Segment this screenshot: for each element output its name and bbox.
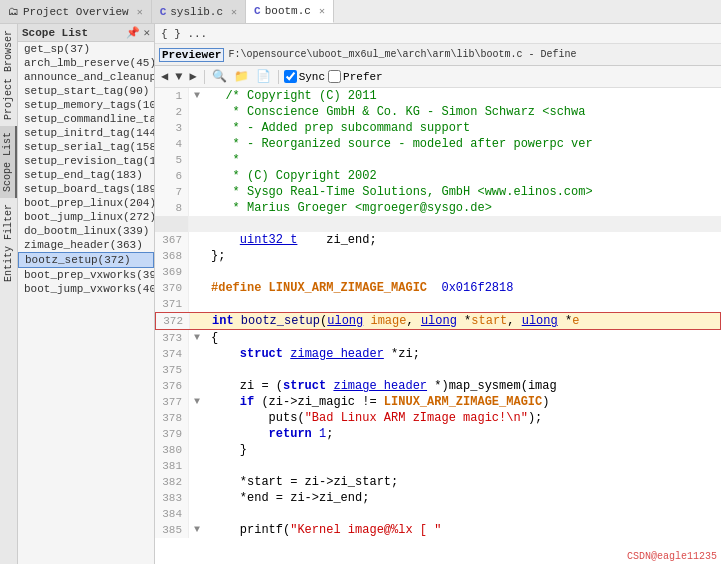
line-arrow-381	[189, 458, 205, 474]
folder-icon[interactable]: 📁	[232, 68, 251, 85]
line-code-374: struct zimage_header *zi;	[205, 346, 721, 362]
scope-list: get_sp(37) arch_lmb_reserve(45) announce…	[18, 42, 154, 564]
line-arrow-373: ▼	[189, 330, 205, 346]
scope-item-zimage-header[interactable]: zimage_header(363)	[18, 238, 154, 252]
line-num-3: 3	[155, 120, 189, 136]
line-arrow-6	[189, 168, 205, 184]
toolbar-sep-1	[204, 70, 205, 84]
scope-item-arch-lmb[interactable]: arch_lmb_reserve(45)	[18, 56, 154, 70]
code-line-gap	[155, 216, 721, 232]
line-num-6: 6	[155, 168, 189, 184]
tab-syslib-close[interactable]: ✕	[231, 6, 237, 18]
back-button[interactable]: ◀	[159, 68, 170, 85]
scope-item-do-bootm-linux[interactable]: do_bootm_linux(339)	[18, 224, 154, 238]
code-line-368: 368 };	[155, 248, 721, 264]
sidebar-pin-icon[interactable]: 📌	[126, 26, 140, 39]
line-num-370: 370	[155, 280, 189, 296]
sidebar-panel: Scope List 📌 ✕ get_sp(37) arch_lmb_reser…	[18, 24, 154, 564]
sidebar: Project Browser Scope List Entity Filter…	[0, 24, 155, 564]
line-num-380: 380	[155, 442, 189, 458]
tab-syslib[interactable]: C syslib.c ✕	[152, 0, 246, 23]
prefer-checkbox[interactable]	[328, 70, 341, 83]
tab-project-overview[interactable]: 🗂 Project Overview ✕	[0, 0, 152, 23]
scope-item-setup-serial[interactable]: setup_serial_tag(158)	[18, 140, 154, 154]
code-editor[interactable]: 1 ▼ /* Copyright (C) 2011 2 * Conscience…	[155, 88, 721, 564]
line-num-373: 373	[155, 330, 189, 346]
sync-checkbox[interactable]	[284, 70, 297, 83]
line-code-379: return 1;	[205, 426, 721, 442]
line-num-7: 7	[155, 184, 189, 200]
line-arrow-385: ▼	[189, 522, 205, 538]
line-arrow-368	[189, 248, 205, 264]
tab-bootm[interactable]: C bootm.c ✕	[246, 0, 334, 23]
line-arrow-3	[189, 120, 205, 136]
scope-item-get-sp[interactable]: get_sp(37)	[18, 42, 154, 56]
file-icon[interactable]: 📄	[254, 68, 273, 85]
line-num-383: 383	[155, 490, 189, 506]
tab-project-close[interactable]: ✕	[137, 6, 143, 18]
line-code-385: printf("Kernel image@%lx [ "	[205, 522, 721, 538]
line-code-3: * - Added prep subcommand support	[205, 120, 721, 136]
code-line-5: 5 *	[155, 152, 721, 168]
code-line-369: 369	[155, 264, 721, 280]
sidebar-label-project-browser[interactable]: Project Browser	[0, 24, 17, 126]
scope-item-announce[interactable]: announce_and_cleanup(72)	[18, 70, 154, 84]
sidebar-label-entity-filter[interactable]: Entity Filter	[0, 198, 17, 288]
main-area: Project Browser Scope List Entity Filter…	[0, 24, 721, 564]
scope-item-boot-jump-vxworks[interactable]: boot_jump_vxworks(409)	[18, 282, 154, 296]
code-line-379: 379 return 1;	[155, 426, 721, 442]
line-num-8: 8	[155, 200, 189, 216]
code-line-3: 3 * - Added prep subcommand support	[155, 120, 721, 136]
line-arrow-367	[189, 232, 205, 248]
line-arrow-5	[189, 152, 205, 168]
sidebar-title: Scope List	[22, 27, 88, 39]
toolbar-sep-2	[278, 70, 279, 84]
search-icon[interactable]: 🔍	[210, 68, 229, 85]
line-arrow-2	[189, 104, 205, 120]
line-num-381: 381	[155, 458, 189, 474]
code-line-374: 374 struct zimage_header *zi;	[155, 346, 721, 362]
line-arrow-1: ▼	[189, 88, 205, 104]
line-num-377: 377	[155, 394, 189, 410]
line-code-6: * (C) Copyright 2002	[205, 168, 721, 184]
toolbar-row: ◀ ▼ ▶ 🔍 📁 📄 Sync Prefer	[155, 66, 721, 88]
scope-item-setup-revision[interactable]: setup_revision_tag(172)	[18, 154, 154, 168]
line-code-8: * Marius Groeger <mgroeger@sysgo.de>	[205, 200, 721, 216]
line-num-374: 374	[155, 346, 189, 362]
scope-item-setup-initrd[interactable]: setup_initrd_tag(144)	[18, 126, 154, 140]
prefer-label: Prefer	[343, 71, 383, 83]
line-num-1: 1	[155, 88, 189, 104]
scope-item-setup-board[interactable]: setup_board_tags(189)	[18, 182, 154, 196]
line-code-376: zi = (struct zimage_header *)map_sysmem(…	[205, 378, 721, 394]
line-arrow-377: ▼	[189, 394, 205, 410]
line-arrow-4	[189, 136, 205, 152]
line-num-378: 378	[155, 410, 189, 426]
scope-item-setup-memory[interactable]: setup_memory_tags(104)	[18, 98, 154, 112]
line-num-4: 4	[155, 136, 189, 152]
code-line-4: 4 * - Reorganized source - modeled after…	[155, 136, 721, 152]
line-arrow-372	[190, 313, 206, 329]
sidebar-label-scope-list[interactable]: Scope List	[0, 126, 17, 198]
code-line-377: 377 ▼ if (zi->zi_magic != LINUX_ARM_ZIMA…	[155, 394, 721, 410]
line-code-372: int bootz_setup(ulong image, ulong *star…	[206, 313, 720, 329]
sync-checkbox-label[interactable]: Sync	[284, 70, 325, 83]
line-num-gap	[155, 216, 189, 232]
tab-bootm-close[interactable]: ✕	[319, 5, 325, 17]
line-arrow-376	[189, 378, 205, 394]
scope-item-setup-end[interactable]: setup_end_tag(183)	[18, 168, 154, 182]
scope-item-setup-cmdline[interactable]: setup_commandline_tag(119)	[18, 112, 154, 126]
scope-item-boot-jump-linux[interactable]: boot_jump_linux(272)	[18, 210, 154, 224]
prefer-checkbox-label[interactable]: Prefer	[328, 70, 383, 83]
scope-item-boot-prep-vxworks[interactable]: boot_prep_vxworks(394)	[18, 268, 154, 282]
scope-item-bootz-setup[interactable]: bootz_setup(372)	[18, 252, 154, 268]
code-line-2: 2 * Conscience GmbH & Co. KG - Simon Sch…	[155, 104, 721, 120]
line-num-375: 375	[155, 362, 189, 378]
line-arrow-380	[189, 442, 205, 458]
tab-bootm-icon: C	[254, 5, 261, 17]
scope-item-setup-start[interactable]: setup_start_tag(90)	[18, 84, 154, 98]
line-num-372: 372	[156, 313, 190, 329]
forward-button[interactable]: ▶	[187, 68, 198, 85]
scope-item-boot-prep-linux[interactable]: boot_prep_linux(204)	[18, 196, 154, 210]
sidebar-close-icon[interactable]: ✕	[143, 26, 150, 39]
down-button[interactable]: ▼	[173, 69, 184, 85]
